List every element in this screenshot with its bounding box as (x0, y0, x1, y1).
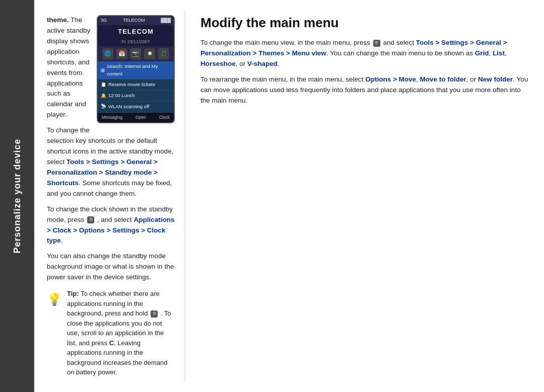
sidebar: Personalize your device (0, 0, 34, 392)
left-para3-period: . (61, 237, 63, 244)
phone-icons-row: 🌐 📅 📷 ✱ 🎵 (98, 46, 174, 61)
right-para1-or: , or (236, 60, 247, 67)
menu-symbol-2: ☰ (151, 310, 158, 318)
main-content: 3G TELECOM ▓▓▓ TELECOM Fr 23/11/2007 🌐 📅… (34, 0, 544, 392)
phone-reserve-text: Reserve movie tickets (108, 81, 155, 89)
right-para1-vshaped: V-shaped (247, 60, 278, 67)
left-para1-text: The active standby display shows applica… (47, 16, 90, 118)
phone-btn-clock: Clock (159, 114, 170, 121)
phone-icon-3: 📷 (130, 48, 141, 59)
phone-search-text: Search: Internet and My content (107, 63, 171, 77)
tip-text-2: . To close the applications you do not u… (67, 309, 171, 376)
left-para-3: To change the clock shown in the standby… (47, 204, 175, 247)
sidebar-label: Personalize your device (12, 138, 23, 253)
right-para2-link2: Move to folder (420, 75, 466, 83)
phone-status-bar: 3G TELECOM ▓▓▓ (98, 16, 174, 25)
phone-alarm-icon: 🔔 (101, 93, 106, 100)
tip-text-1: To check whether there are applications … (67, 290, 160, 317)
theme-bold: theme. (47, 16, 69, 24)
right-para2-comma: , (416, 75, 420, 83)
right-para1-end: . (278, 60, 280, 67)
phone-bottom-bar: Messaging Open Clock (98, 113, 174, 122)
right-para-1: To change the main menu view, in the mai… (200, 38, 529, 69)
right-para1-horseshoe: Horseshoe (200, 60, 236, 67)
right-para1-grid: Grid (475, 49, 489, 57)
right-para-2: To rearrange the main menu, in the main … (200, 74, 529, 106)
left-para-4: You can also change the standby mode bac… (47, 251, 175, 283)
right-para1-list: List (493, 49, 505, 57)
phone-btn-open: Open (135, 114, 146, 121)
phone-wlan-text: WLAN scanning off (108, 103, 149, 111)
right-para2-or: , or (466, 75, 478, 83)
phone-carrier-header: TELECOM (98, 25, 174, 38)
phone-menu-lunch: 🔔 12:00 Lunch (98, 91, 174, 102)
columns-area: 3G TELECOM ▓▓▓ TELECOM Fr 23/11/2007 🌐 📅… (34, 0, 544, 392)
left-para3-comma: , and select (95, 216, 134, 223)
phone-battery: ▓▓▓ (161, 17, 171, 24)
left-para-2: To change the selection key shortcuts or… (47, 125, 175, 199)
phone-icon-4: ✱ (144, 48, 155, 59)
left-column: 3G TELECOM ▓▓▓ TELECOM Fr 23/11/2007 🌐 📅… (34, 10, 185, 382)
phone-menu-reserve: 📋 Reserve movie tickets (98, 80, 174, 91)
right-para1-prefix: To change the main menu view, in the mai… (200, 39, 372, 46)
phone-date: Fr 23/11/2007 (98, 38, 174, 46)
right-para1-suffix: . You can change the main menu to be sho… (326, 49, 475, 57)
phone-cal-icon: 📋 (101, 82, 106, 89)
right-para1-comma2: , (505, 49, 507, 57)
phone-dot-search (101, 68, 105, 72)
tip-label: Tip: (67, 290, 79, 297)
phone-wlan-icon: 📡 (101, 103, 106, 110)
right-para1-mid: and select (381, 39, 416, 46)
phone-menu-wlan: 📡 WLAN scanning off (98, 102, 174, 113)
menu-symbol-3: ☰ (373, 40, 380, 47)
section-heading: Modify the main menu (200, 15, 529, 31)
tip-content: Tip: To check whether there are applicat… (67, 289, 175, 377)
tip-box: 💡 Tip: To check whether there are applic… (47, 289, 175, 377)
phone-signal: 3G (101, 17, 107, 24)
right-para2-link1: Options > Move (365, 75, 416, 83)
right-para2-prefix: To rearrange the main menu, in the main … (200, 75, 365, 83)
phone-carrier: TELECOM (123, 17, 145, 24)
phone-icon-2: 📅 (116, 48, 127, 59)
phone-icon-5: 🎵 (158, 48, 169, 59)
tip-lightbulb-icon: 💡 (47, 290, 62, 308)
right-para2-link3: New folder (478, 75, 513, 83)
menu-symbol-1: ☰ (87, 216, 94, 223)
phone-menu-search: Search: Internet and My content (98, 61, 174, 80)
right-para1-comma1: , (489, 49, 493, 57)
right-column: Modify the main menu To change the main … (185, 10, 544, 382)
phone-btn-messaging: Messaging (102, 114, 122, 121)
phone-mockup: 3G TELECOM ▓▓▓ TELECOM Fr 23/11/2007 🌐 📅… (97, 15, 175, 123)
phone-lunch-text: 12:00 Lunch (108, 92, 134, 100)
phone-icon-1: 🌐 (102, 48, 113, 59)
